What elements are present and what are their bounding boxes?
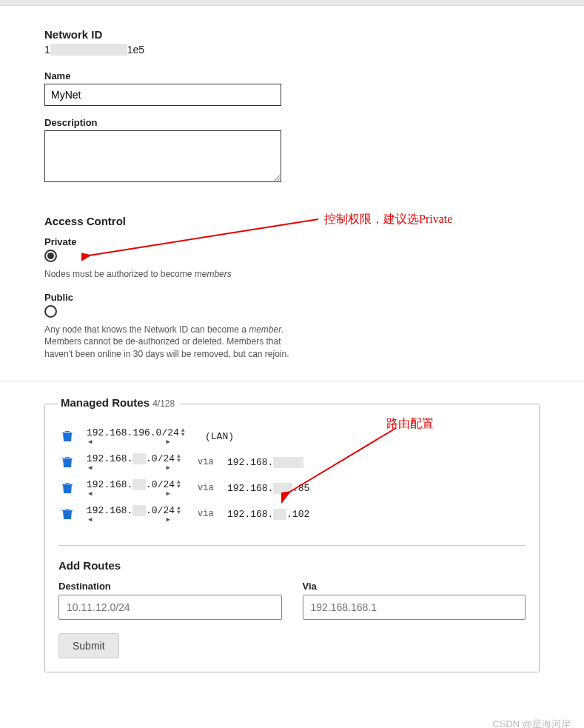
access-public-group[interactable]: Public Any node that knows the Network I… [44, 292, 540, 360]
route-destination: 192.168.xx.0/24 [87, 505, 175, 516]
trash-icon [62, 430, 73, 442]
stepper-icon[interactable]: ▲▼ [177, 506, 181, 515]
submit-button[interactable]: Submit [58, 633, 119, 658]
stepper-icon[interactable]: ▲▼ [177, 454, 181, 463]
trash-icon [62, 482, 73, 494]
stepper-icon[interactable]: ▲▼ [177, 480, 181, 489]
name-input[interactable] [44, 84, 281, 106]
description-label: Description [44, 117, 540, 128]
description-input[interactable] [44, 130, 281, 182]
network-id-label: Network ID [44, 28, 540, 41]
arrow-left-icon[interactable]: ◀ [88, 490, 92, 498]
delete-route-button[interactable] [61, 455, 73, 469]
divider [0, 381, 584, 381]
stepper-icon[interactable]: ▲▼ [181, 428, 185, 437]
delete-route-button[interactable] [61, 507, 73, 521]
route-via: 192.168.xx.102 [227, 509, 309, 520]
arrow-left-icon[interactable]: ◀ [88, 438, 92, 446]
add-routes-title: Add Routes [58, 559, 526, 572]
route-row: 192.168.xx.0/24 ▲▼ ◀▶ via 192.168.xx.102 [58, 501, 526, 527]
via-input[interactable] [303, 595, 526, 620]
route-via: 192.168.xx.xx [227, 457, 303, 468]
routes-legend: Managed Routes 4/128 [58, 396, 179, 409]
window-top-bar [0, 0, 584, 6]
route-row: 192.168.196.0/24 ▲▼ ◀▶ (LAN) [58, 424, 526, 450]
watermark: CSDN @星海河岸 [492, 718, 571, 728]
network-id-value: 1xxxxxx xxxxxxxx1e5 [44, 44, 540, 56]
arrow-left-icon[interactable]: ◀ [88, 464, 92, 472]
arrow-right-icon[interactable]: ▶ [167, 515, 170, 524]
arrow-right-icon[interactable]: ▶ [167, 464, 170, 472]
route-via: 192.168.xxx.85 [227, 483, 309, 494]
annotation-access-control: 控制权限，建议选Private [324, 212, 452, 227]
via-label: via [198, 483, 220, 493]
trash-icon [62, 508, 73, 520]
annotation-routes: 路由配置 [386, 416, 434, 432]
arrow-left-icon[interactable]: ◀ [88, 515, 92, 524]
route-row: 192.168.xx.0/24 ▲▼ ◀▶ via 192.168.xx.xx [58, 450, 526, 475]
access-control-title: Access Control [44, 215, 540, 227]
route-destination: 192.168.xx.0/24 [87, 453, 175, 464]
route-destination: 192.168.196.0/24 [87, 427, 179, 438]
public-radio[interactable] [44, 305, 57, 318]
via-field-label: Via [303, 581, 526, 592]
route-row: 192.168.xx.0/24 ▲▼ ◀▶ via 192.168.xxx.85 [58, 475, 526, 501]
public-label: Public [44, 292, 540, 303]
private-label: Private [44, 236, 540, 247]
private-help: Nodes must be authorized to become membe… [44, 268, 311, 280]
arrow-right-icon[interactable]: ▶ [167, 438, 170, 446]
destination-input[interactable] [58, 595, 282, 620]
access-private-group[interactable]: Private Nodes must be authorized to beco… [44, 236, 540, 280]
lan-indicator: (LAN) [205, 431, 234, 442]
via-label: via [198, 457, 220, 467]
public-help: Any node that knows the Network ID can b… [44, 324, 311, 360]
destination-label: Destination [58, 581, 282, 592]
arrow-right-icon[interactable]: ▶ [167, 490, 170, 498]
private-radio[interactable] [44, 250, 57, 262]
delete-route-button[interactable] [61, 481, 73, 495]
routes-divider [58, 545, 526, 546]
trash-icon [62, 456, 73, 468]
managed-routes-panel: Managed Routes 4/128 192.168.196.0/24 ▲▼… [44, 404, 540, 672]
route-destination: 192.168.xx.0/24 [87, 479, 175, 490]
name-label: Name [44, 70, 540, 81]
delete-route-button[interactable] [61, 430, 73, 443]
via-label: via [198, 509, 220, 519]
